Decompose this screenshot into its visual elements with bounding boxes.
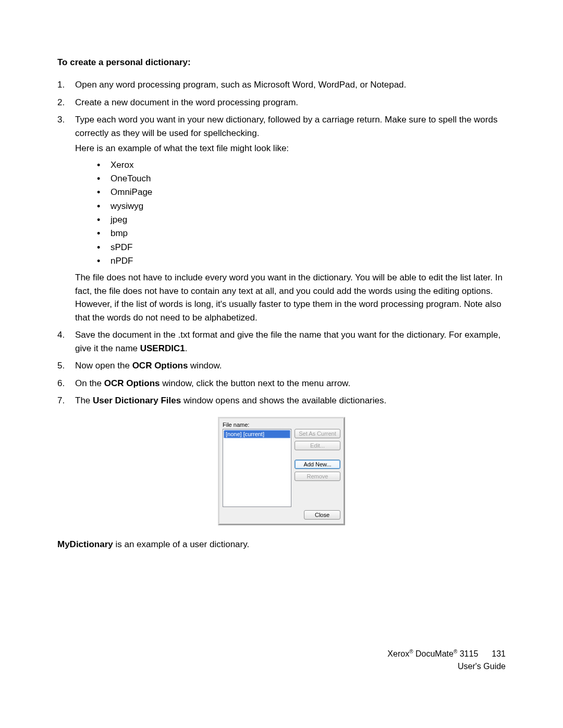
footer-brand2: DocuMate xyxy=(413,649,454,658)
footer-brand1: Xerox xyxy=(387,649,409,658)
step-5-text-a: Now open the xyxy=(75,361,132,371)
section-heading: To create a personal dictionary: xyxy=(57,57,506,68)
step-7-bold: User Dictionary Files xyxy=(93,396,181,405)
step-6-bold: OCR Options xyxy=(104,378,160,388)
closing-bold: MyDictionary xyxy=(57,539,113,549)
footer-model: 3115 xyxy=(457,649,478,658)
page-footer: Xerox® DocuMate® 3115131 User's Guide xyxy=(387,648,506,673)
step-5-text-c: window. xyxy=(188,361,222,371)
example-words-list: Xerox OneTouch OmniPage wysiwyg jpeg bmp… xyxy=(75,158,506,268)
step-2: Create a new document in the word proces… xyxy=(57,96,506,109)
step-7-text-a: The xyxy=(75,396,93,405)
step-4-text-c: . xyxy=(185,343,188,353)
dialog-container: File name: [none] [current] Set As Curre… xyxy=(57,417,506,525)
step-5: Now open the OCR Options window. xyxy=(57,359,506,373)
step-5-bold: OCR Options xyxy=(132,361,188,371)
closing-text: is an example of a user dictionary. xyxy=(113,539,249,549)
step-7: The User Dictionary Files window opens a… xyxy=(57,394,506,408)
word-npdf: nPDF xyxy=(93,254,506,268)
page-number: 131 xyxy=(492,649,506,658)
word-onetouch: OneTouch xyxy=(93,172,506,186)
step-6: On the OCR Options window, click the but… xyxy=(57,377,506,390)
step-7-text-c: window opens and shows the available dic… xyxy=(181,396,386,405)
step-4: Save the document in the .txt format and… xyxy=(57,328,506,355)
file-listbox[interactable]: [none] [current] xyxy=(223,429,291,507)
steps-list: Open any word processing program, such a… xyxy=(57,78,506,408)
set-as-current-button[interactable]: Set As Current xyxy=(295,429,340,438)
step-3-example-label: Here is an example of what the text file… xyxy=(75,142,506,155)
footer-guide: User's Guide xyxy=(387,660,506,673)
word-omnipage: OmniPage xyxy=(93,186,506,199)
filename-label: File name: xyxy=(223,422,291,428)
remove-button[interactable]: Remove xyxy=(295,472,340,481)
word-bmp: bmp xyxy=(93,227,506,240)
word-wysiwyg: wysiwyg xyxy=(93,200,506,213)
step-6-text-a: On the xyxy=(75,378,104,388)
step-3-note: The file does not have to include every … xyxy=(75,271,506,324)
edit-button[interactable]: Edit... xyxy=(295,441,340,450)
step-4-bold: USERDIC1 xyxy=(140,343,185,353)
step-1: Open any word processing program, such a… xyxy=(57,78,506,92)
footer-reg1: ® xyxy=(409,649,413,655)
word-spdf: sPDF xyxy=(93,241,506,254)
user-dictionary-dialog: File name: [none] [current] Set As Curre… xyxy=(218,417,345,525)
word-jpeg: jpeg xyxy=(93,213,506,227)
step-3: Type each word you want in your new dict… xyxy=(57,113,506,324)
step-4-text-a: Save the document in the .txt format and… xyxy=(75,330,500,353)
closing-line: MyDictionary is an example of a user dic… xyxy=(57,538,506,551)
step-3-intro: Type each word you want in your new dict… xyxy=(75,113,506,140)
step-6-text-c: window, click the button next to the men… xyxy=(160,378,350,388)
word-xerox: Xerox xyxy=(93,158,506,172)
add-new-button[interactable]: Add New... xyxy=(295,460,340,469)
close-button[interactable]: Close xyxy=(304,510,340,520)
list-item-none-current[interactable]: [none] [current] xyxy=(224,430,290,438)
